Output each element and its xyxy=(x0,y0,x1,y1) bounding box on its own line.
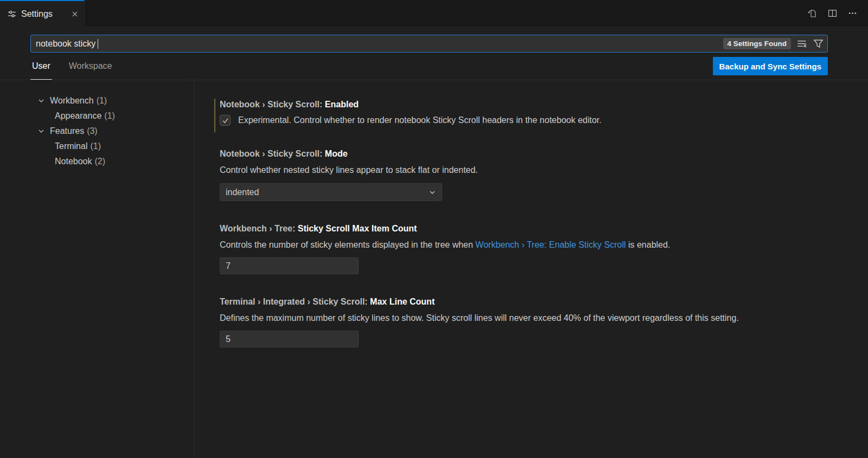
setting-category: Terminal › Integrated › Sticky Scroll: xyxy=(220,297,368,306)
setting-title: Notebook › Sticky Scroll: Enabled xyxy=(220,100,846,109)
open-settings-json-icon[interactable] xyxy=(807,9,817,18)
setting-value-row: Experimental. Control whether to render … xyxy=(220,114,846,126)
toc-item-appearance[interactable]: Appearance (1) xyxy=(0,108,194,124)
clear-filters-icon[interactable] xyxy=(797,38,807,49)
close-icon[interactable] xyxy=(71,10,79,18)
settings-list: Notebook › Sticky Scroll: Enabled Experi… xyxy=(194,80,868,458)
toc-item-label: Workbench xyxy=(50,96,94,106)
setting-description: Controls the number of sticky elements d… xyxy=(220,239,846,251)
description-text: Controls the number of sticky elements d… xyxy=(220,240,475,249)
toc-item-label: Notebook xyxy=(55,157,92,166)
select-value: indented xyxy=(226,188,259,197)
description-text: is enabled. xyxy=(626,240,671,249)
setting-category: Notebook › Sticky Scroll: xyxy=(220,149,322,158)
toc-item-label: Features xyxy=(50,126,84,136)
setting-terminal-sticky-scroll-max-line-count: Terminal › Integrated › Sticky Scroll: M… xyxy=(220,297,846,347)
checkbox-checked[interactable] xyxy=(220,115,231,126)
settings-toc: Workbench (1) Appearance (1) Features (3… xyxy=(0,80,194,458)
setting-label: Mode xyxy=(325,149,348,158)
setting-tree-sticky-scroll-max-item-count: Workbench › Tree: Sticky Scroll Max Item… xyxy=(220,224,846,274)
text-cursor xyxy=(98,39,98,49)
tab-title: Settings xyxy=(21,9,53,19)
filter-funnel-icon[interactable] xyxy=(813,38,824,49)
settings-body: Workbench (1) Appearance (1) Features (3… xyxy=(0,80,868,458)
toc-item-label: Terminal xyxy=(55,141,87,151)
toc-item-workbench[interactable]: Workbench (1) xyxy=(0,93,194,108)
search-input[interactable]: notebook sticky 4 Settings Found xyxy=(30,35,828,53)
settings-scope-header: User Workspace Backup and Sync Settings xyxy=(0,53,868,80)
max-item-count-input[interactable] xyxy=(220,257,359,274)
setting-title: Workbench › Tree: Sticky Scroll Max Item… xyxy=(220,224,846,234)
more-actions-icon[interactable] xyxy=(848,9,857,18)
setting-title: Notebook › Sticky Scroll: Mode xyxy=(220,149,846,159)
setting-label: Sticky Scroll Max Item Count xyxy=(298,224,417,233)
results-count-badge: 4 Settings Found xyxy=(723,38,792,49)
setting-label: Enabled xyxy=(325,100,359,109)
toc-item-count: (1) xyxy=(104,111,115,121)
setting-notebook-sticky-scroll-mode: Notebook › Sticky Scroll: Mode Control w… xyxy=(220,149,846,201)
toc-item-terminal[interactable]: Terminal (1) xyxy=(0,139,194,154)
search-section: notebook sticky 4 Settings Found xyxy=(0,27,868,53)
setting-description: Control whether nested sticky lines appe… xyxy=(220,164,846,176)
tab-bar: Settings xyxy=(0,0,868,27)
setting-link[interactable]: Workbench › Tree: Enable Sticky Scroll xyxy=(475,240,626,249)
setting-category: Notebook › Sticky Scroll: xyxy=(220,100,322,109)
setting-category: Workbench › Tree: xyxy=(220,224,295,233)
mode-select-dropdown[interactable]: indented xyxy=(220,183,442,201)
toc-item-count: (3) xyxy=(87,126,98,136)
backup-sync-settings-button[interactable]: Backup and Sync Settings xyxy=(713,57,828,75)
chevron-down-icon[interactable] xyxy=(37,96,46,105)
chevron-down-icon xyxy=(428,188,437,197)
tab-user[interactable]: User xyxy=(30,53,52,80)
search-controls: 4 Settings Found xyxy=(723,38,824,49)
max-line-count-input[interactable] xyxy=(220,331,359,347)
tab-settings[interactable]: Settings xyxy=(0,0,85,27)
search-query-text: notebook sticky xyxy=(36,39,95,49)
setting-notebook-sticky-scroll-enabled: Notebook › Sticky Scroll: Enabled Experi… xyxy=(220,100,846,126)
split-editor-icon[interactable] xyxy=(828,9,837,18)
toc-item-notebook[interactable]: Notebook (2) xyxy=(0,154,194,169)
tab-workspace[interactable]: Workspace xyxy=(67,53,114,80)
toc-item-features[interactable]: Features (3) xyxy=(0,124,194,139)
toc-item-label: Appearance xyxy=(55,111,101,121)
editor-actions xyxy=(807,0,868,27)
chevron-down-icon[interactable] xyxy=(37,127,46,136)
toc-item-count: (1) xyxy=(90,141,101,151)
settings-sliders-icon xyxy=(8,10,16,18)
setting-title: Terminal › Integrated › Sticky Scroll: M… xyxy=(220,297,846,307)
toc-item-count: (1) xyxy=(97,96,107,106)
toc-item-count: (2) xyxy=(95,157,106,166)
setting-description: Experimental. Control whether to render … xyxy=(238,114,602,126)
setting-description: Defines the maximum number of sticky lin… xyxy=(220,312,846,324)
setting-label: Max Line Count xyxy=(370,297,435,306)
